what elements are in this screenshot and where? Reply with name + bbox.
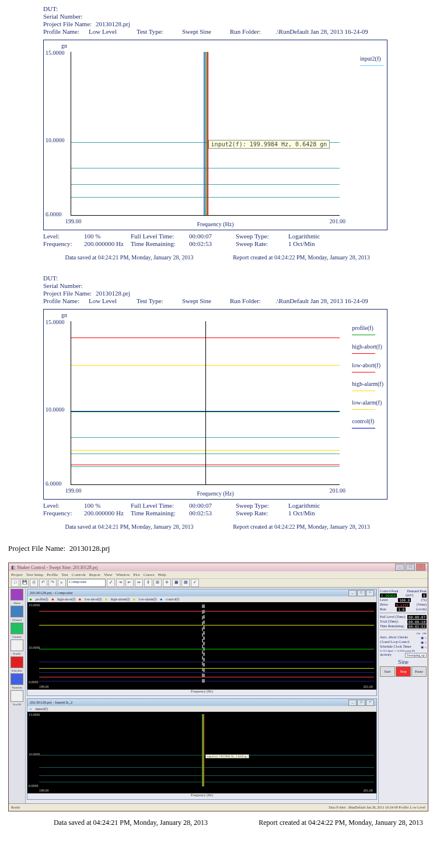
runfolder-value: .\RunDefault Jan 28, 2013 16-24-09: [275, 28, 368, 35]
win2-close-icon[interactable]: ×: [366, 700, 374, 706]
app-titlebar[interactable]: ◧ Shaker Control - Swept Sine: 20130128.…: [9, 563, 428, 571]
footer-timestamps-3: Data saved at 04:24:21 PM, Monday, Janua…: [26, 818, 433, 827]
chart-1-xlabel: Frequency (Hz): [197, 221, 233, 227]
tool-fitv-icon[interactable]: ⇕: [144, 579, 152, 587]
app-main: 20130128.prj - Composite _□× ■profile(f)…: [26, 588, 378, 803]
project-value: 20130128.prj: [96, 20, 130, 27]
win1-close-icon[interactable]: ×: [366, 590, 374, 596]
profile-label: Profile Name:: [43, 28, 84, 35]
serial-label: Serial Number:: [43, 13, 96, 20]
menu-window[interactable]: Window: [116, 572, 130, 577]
menu-controls[interactable]: Controls: [72, 572, 86, 577]
close-button[interactable]: ×: [416, 564, 425, 571]
status-row-2: Frequency:200.000000 Hz Time Remaining:0…: [43, 240, 387, 247]
win1-legend: ■profile(f) ■high-abort(f) ■low-abort(f)…: [27, 596, 376, 602]
testtype-value: Swept Sine: [182, 28, 223, 35]
win2-plot[interactable]: 15.0000 10.0000 6.0000 199.00 201.00 inp…: [27, 712, 376, 793]
tool-grid-icon[interactable]: ⊞: [153, 579, 162, 587]
auto-abort-radio[interactable]: ◉ ○: [421, 635, 427, 639]
menu-project[interactable]: Project: [11, 572, 23, 577]
sidebar-profile-icon[interactable]: [11, 639, 23, 651]
app-sidebar: Status Channel Control Profile Schedule …: [9, 588, 26, 803]
chart-2-legend: profile(f) high-abort(f) low-abort(f) hi…: [352, 325, 383, 437]
minimize-button[interactable]: _: [395, 564, 404, 571]
status-row-1: Level:100 % Full Level Time:00:00:07 Swe…: [43, 233, 387, 240]
menu-profile[interactable]: Profile: [47, 572, 58, 577]
tool-zoom-icon[interactable]: ⤢: [107, 579, 115, 587]
tool-tile-icon[interactable]: ▦: [172, 579, 180, 587]
runfolder-label: Run Folder:: [230, 28, 271, 35]
sidebar-control-icon[interactable]: [11, 623, 23, 634]
pause-button[interactable]: Pause: [411, 666, 427, 677]
tool-cascade-icon[interactable]: ▤: [181, 579, 190, 587]
testtype-label: Test Type:: [137, 28, 177, 35]
tool-play-icon[interactable]: ▹: [58, 579, 66, 587]
report-header-1: DUT: Serial Number: Project File Name: 2…: [43, 5, 433, 35]
tool-new-icon[interactable]: □: [11, 579, 19, 587]
tool-view-dropdown[interactable]: Composite: [67, 579, 106, 587]
tool-start-icon[interactable]: ⇤: [125, 579, 134, 587]
menu-report[interactable]: Report: [89, 572, 100, 577]
win1-min-icon[interactable]: _: [348, 590, 357, 596]
sidebar-channel-icon[interactable]: [11, 606, 23, 617]
tool-end-icon[interactable]: ⇥: [116, 579, 124, 587]
sched-timer-radio[interactable]: ◉ ○: [421, 645, 427, 649]
tool-print-icon[interactable]: ⎙: [30, 579, 38, 587]
app-statusbar: Ready Data Folder: .\RunDefault Jan 28, …: [9, 803, 428, 811]
sidebar-sched-icon[interactable]: [11, 656, 23, 668]
menu-view[interactable]: View: [104, 572, 113, 577]
app-title: Shaker Control - Swept Sine: 20130128.pr…: [17, 565, 98, 570]
chart-1-plot: input2(f): 199.9984 Hz, 0.6428 gn 15.000…: [71, 52, 340, 216]
toolbar: □ 💾 ⎙ ↶ ↷ ▹ Composite ⤢ ⇥ ⇤ ⇔ ⇕ ⊞ ✛ ▦ ▤ …: [9, 578, 428, 588]
menu-test[interactable]: Test: [61, 572, 68, 577]
chart-window-composite: 20130128.prj - Composite _□× ■profile(f)…: [27, 589, 377, 696]
dut-label: DUT:: [43, 5, 96, 12]
win2-legend: ■input2(f): [27, 706, 376, 712]
tool-cursor-icon[interactable]: ✛: [163, 579, 171, 587]
closed-loop-radio[interactable]: ◉ ○: [421, 640, 427, 644]
chart-2-plot: 15.0000 10.0000 6.0000 199.00 201.00: [71, 321, 340, 485]
win2-min-icon[interactable]: _: [348, 700, 357, 706]
chart-1-tooltip: input2(f): 199.9984 Hz, 0.6428 gn: [208, 140, 330, 149]
chart-1-legend: input2(f): [360, 55, 383, 74]
app-screenshot: ◧ Shaker Control - Swept Sine: 20130128.…: [8, 563, 428, 811]
chart-2: gn 15.0000 10.0000 6.0000 199.00 201.00 …: [43, 309, 387, 500]
sidebar-status-icon[interactable]: [11, 589, 23, 600]
demand-peak-value: 0: [422, 593, 427, 598]
sidebar-testid-icon[interactable]: [11, 690, 23, 702]
project-label: Project File Name:: [43, 20, 96, 27]
chart-window-input2: 20130128.prj - InputCh_2 _□× ■input2(f) …: [27, 698, 377, 800]
tool-check-icon[interactable]: ✓: [191, 579, 199, 587]
footer-timestamps-1: Data saved at 04:24:21 PM, Monday, Janua…: [43, 254, 387, 261]
win1-max-icon[interactable]: □: [357, 590, 365, 596]
sidebar-transmis-icon[interactable]: [11, 673, 23, 685]
maximize-button[interactable]: □: [406, 564, 415, 571]
profile-value: Low Level: [89, 28, 130, 35]
win2-max-icon[interactable]: □: [357, 700, 365, 706]
chart-1-ylabel: gn: [61, 43, 67, 49]
menu-plot[interactable]: Plot: [134, 572, 140, 577]
tool-redo-icon[interactable]: ↷: [48, 579, 57, 587]
menubar[interactable]: Project Test Setup Profile Test Controls…: [9, 571, 428, 578]
tool-fit-icon[interactable]: ⇔: [135, 579, 143, 587]
menu-cursor[interactable]: Cursor: [144, 572, 155, 577]
menu-testsetup[interactable]: Test Setup: [26, 572, 43, 577]
stop-button[interactable]: Stop: [396, 666, 411, 677]
tool-undo-icon[interactable]: ↶: [39, 579, 47, 587]
app-icon: ◧: [11, 565, 16, 570]
menu-help[interactable]: Help: [158, 572, 166, 577]
win1-plot[interactable]: 15.0000 10.0000 6.0000 199.00 201.00: [27, 602, 376, 690]
chart-1: gn input2(f): 199.9984 Hz, 0.6428 gn 15.…: [43, 40, 387, 230]
start-button[interactable]: Start: [380, 666, 395, 677]
report-header-2: DUT: Serial Number: Project File Name: 2…: [43, 275, 433, 304]
app-right-panel: Control PeakDemand Peak 0.00000(mV)0 Lev…: [378, 588, 428, 803]
project-file-line: Project File Name: 20130128.prj: [8, 544, 433, 553]
tool-save-icon[interactable]: 💾: [20, 579, 29, 587]
control-peak-value: 0.00000: [380, 593, 397, 598]
